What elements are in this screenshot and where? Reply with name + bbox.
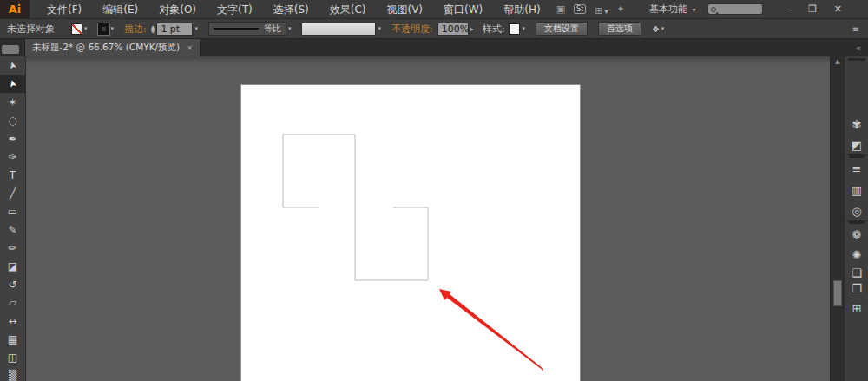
tool-selection[interactable]: ➤ (0, 56, 25, 75)
app-bar-icons: ▣ St ⊞▾ ✦ (556, 1, 625, 17)
stroke-width-input[interactable]: 1 pt (156, 23, 193, 36)
menu-bar: Ai 文件(F) 编辑(E) 对象(O) 文字(T) 选择(S) 效果(C) 视… (0, 0, 868, 19)
tool-shape-builder[interactable]: ◫ (0, 348, 25, 366)
brush-definition-dropdown[interactable] (301, 23, 376, 36)
document-setup-button[interactable]: 文档设置 (536, 22, 588, 36)
style-label: 样式: (483, 23, 505, 36)
tool-gradient[interactable]: ▒ (0, 366, 25, 381)
lasso-icon: ◌ (8, 115, 16, 127)
selection-arrow-icon: ➤ (6, 60, 19, 70)
opacity-input[interactable]: 100% (437, 23, 469, 36)
tool-lasso[interactable]: ◌ (0, 111, 25, 129)
stroke-panel-icon[interactable]: ≡ (845, 162, 868, 175)
tool-pen[interactable]: ✒ (0, 129, 25, 148)
scroll-up-icon[interactable]: ▲ (831, 58, 845, 65)
preferences-button[interactable]: 首选项 (598, 22, 641, 36)
menu-effect[interactable]: 效果(C) (319, 0, 377, 19)
dock-grip[interactable] (848, 58, 865, 61)
shape-builder-icon: ◫ (8, 351, 17, 364)
toolbar-tab-stub[interactable] (2, 45, 19, 54)
bridge-icon[interactable]: ▣ (556, 3, 565, 15)
stroke-swatch[interactable] (98, 23, 109, 35)
chevron-down-icon[interactable]: ▾ (661, 25, 665, 32)
chevron-down-icon[interactable]: ▾ (111, 25, 115, 32)
tool-type[interactable]: T (0, 166, 25, 184)
stroke-label[interactable]: 描边: (124, 23, 147, 36)
selection-status: 未选择对象 (7, 23, 62, 36)
stroke-profile-dropdown[interactable]: 等比 (208, 22, 286, 36)
stepper-down-icon[interactable]: ▼ (151, 29, 155, 33)
tool-width[interactable]: ↔ (0, 312, 25, 330)
gradient-icon: ▒ (9, 370, 16, 381)
transparency-panel-icon[interactable]: ◎ (845, 205, 868, 218)
chevron-down-icon[interactable]: ▾ (194, 25, 198, 32)
dock-separator (846, 154, 867, 158)
color-panel-icon[interactable]: ✾ (845, 118, 868, 131)
type-icon: T (10, 169, 16, 181)
chevron-down-icon[interactable]: ▾ (378, 25, 381, 32)
restore-button[interactable]: ❐ (808, 0, 817, 19)
search-input[interactable] (707, 3, 763, 15)
creative-cloud-icon[interactable]: ❁ (845, 228, 868, 241)
chevron-right-icon[interactable]: ▸ (470, 25, 474, 33)
workspace-area: ➤ ➤ ✶ ◌ ✒ ✑ T ╱ ▭ ✎ ✏ ◪ ↺ ▱ ↔ ▦ ◫ ▒ (0, 56, 868, 381)
scrollbar-thumb[interactable] (833, 280, 842, 306)
dock-separator (846, 220, 867, 224)
tool-pencil[interactable]: ✏ (0, 239, 25, 257)
brush-pen-icon: ✑ (8, 151, 16, 163)
appearance-panel-icon[interactable]: ✺ (845, 248, 868, 261)
expand-panels-icon[interactable]: « (856, 43, 861, 53)
canvas-area[interactable] (26, 56, 830, 381)
graphic-styles-icon[interactable]: ❏ (845, 266, 868, 279)
extras-menu-icon[interactable]: ❖ (652, 24, 660, 34)
color-guide-icon[interactable]: ◩ (845, 139, 868, 152)
tool-scale[interactable]: ▱ (0, 293, 25, 312)
tool-magic-wand[interactable]: ✶ (0, 93, 25, 111)
tool-eraser[interactable]: ◪ (0, 257, 25, 275)
tool-free-transform[interactable]: ▦ (0, 330, 25, 348)
menu-view[interactable]: 视图(V) (376, 0, 433, 19)
menu-help[interactable]: 帮助(H) (493, 0, 550, 19)
menu-edit[interactable]: 编辑(E) (92, 0, 148, 19)
style-swatch[interactable] (509, 23, 520, 35)
chevron-down-icon[interactable]: ▾ (84, 25, 88, 32)
minimize-button[interactable]: – (786, 0, 791, 19)
menu-object[interactable]: 对象(O) (148, 0, 207, 19)
search-icon (711, 7, 716, 12)
close-button[interactable]: ✕ (834, 0, 842, 19)
stock-icon[interactable]: St (574, 4, 586, 14)
layers-panel-icon[interactable]: ❐ (845, 282, 868, 295)
document-tab[interactable]: 未标题-2* @ 66.67% (CMYK/预览) ✕ (24, 39, 201, 56)
chevron-down-icon[interactable]: ▾ (522, 25, 525, 32)
fill-swatch[interactable] (71, 23, 82, 35)
document-tab-bar: 未标题-2* @ 66.67% (CMYK/预览) ✕ « (0, 39, 868, 56)
magic-wand-icon: ✶ (8, 96, 16, 108)
menu-file[interactable]: 文件(F) (36, 0, 92, 19)
tool-rectangle[interactable]: ▭ (0, 202, 25, 220)
opacity-label[interactable]: 不透明度: (391, 23, 433, 36)
tool-line[interactable]: ╱ (0, 184, 25, 202)
tool-paintbrush[interactable]: ✎ (0, 220, 25, 239)
menu-select[interactable]: 选择(S) (263, 0, 319, 19)
chevron-down-icon[interactable]: ▾ (288, 25, 292, 32)
stroke-width-stepper[interactable]: ▲ ▼ (151, 24, 155, 33)
gradient-panel-icon[interactable]: ▥ (845, 184, 868, 197)
scale-icon: ▱ (9, 297, 16, 309)
control-panel-menu-icon[interactable]: ≡ (852, 24, 859, 34)
illustrator-window: Ai 文件(F) 编辑(E) 对象(O) 文字(T) 选择(S) 效果(C) 视… (0, 0, 868, 381)
tool-direct-selection[interactable]: ➤ (0, 75, 25, 93)
artboards-panel-icon[interactable]: ⊞ (845, 302, 868, 315)
vertical-scrollbar[interactable]: ▲ (830, 56, 844, 381)
menu-window[interactable]: 窗口(W) (433, 0, 493, 19)
arrange-documents-icon[interactable]: ⊞▾ (595, 1, 608, 17)
tab-close-icon[interactable]: ✕ (187, 44, 193, 52)
artboard[interactable] (240, 84, 581, 381)
chevron-down-icon: ▾ (605, 8, 608, 16)
tool-brush-pen[interactable]: ✑ (0, 148, 25, 166)
workspace-switcher[interactable]: 基本功能 ▾ (649, 3, 696, 16)
menu-type[interactable]: 文字(T) (207, 0, 263, 19)
stroke-profile-preview (214, 28, 259, 30)
tool-rotate[interactable]: ↺ (0, 275, 25, 293)
control-bar: 未选择对象 ▾ ▾ 描边: ▲ ▼ 1 pt ▾ 等比 ▾ ▾ 不透明度: 10… (0, 19, 868, 39)
pointer-flair-icon[interactable]: ✦ (617, 3, 625, 15)
